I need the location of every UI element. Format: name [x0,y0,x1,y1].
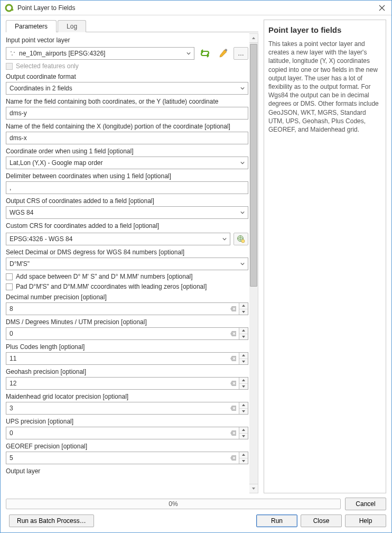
titlebar: Point Layer to Fields [1,1,391,15]
clear-icon[interactable] [228,353,239,364]
pad-zeros-checkbox[interactable]: Pad D°M'S" and D°M.MM' ccoordinates with… [6,283,248,290]
dms-decimal-label: Select Decimal or DMS degress for WGS 84… [6,249,248,256]
scroll-thumb[interactable] [250,44,257,287]
clear-icon[interactable] [228,402,239,414]
chevron-down-icon [222,237,227,241]
input-layer-combo[interactable]: ne_10m_airports [EPSG:4326] [6,47,194,60]
maidenhead-precision-label: Maidenhead grid locator precision [optio… [6,393,248,400]
dms-decimal-combo[interactable]: D°M'S" [6,258,248,270]
custom-crs-label: Custom CRS for coordinates added to a fi… [6,222,248,229]
input-layer-label: Input point vector layer [6,36,248,44]
stepper[interactable] [239,328,248,339]
scroll-down-icon[interactable] [249,484,258,493]
cancel-button[interactable]: Cancel [345,498,386,510]
plus-codes-spinbox[interactable]: 11 [6,352,248,365]
delimiter-label: Delimiter between coordinates when using… [6,172,248,180]
ups-precision-label: UPS precision [optional] [6,418,248,425]
run-batch-button[interactable]: Run as Batch Process… [9,514,94,527]
coord-order-label: Coordinate order when using 1 field [opt… [6,148,248,155]
maidenhead-precision-spinbox[interactable]: 3 [6,402,248,415]
coord-order-combo[interactable]: Lat,Lon (Y,X) - Google map order [6,157,248,169]
output-format-label: Output coordinate format [6,73,248,80]
chevron-down-icon [186,51,191,56]
selected-features-label: Selected features only [16,62,79,70]
points-icon [10,50,16,57]
help-title: Point layer to fields [268,25,381,34]
output-crs-combo[interactable]: WGS 84 [6,206,248,219]
checkbox-icon [6,273,13,280]
decimal-precision-label: Decimal number precision [optional] [6,293,248,301]
chevron-down-icon [240,86,245,90]
left-pane: Parameters Log Input point vector layer … [6,20,258,493]
scroll-track[interactable] [249,43,258,484]
ups-precision-spinbox[interactable]: 0 [6,427,248,439]
clear-icon[interactable] [228,427,239,439]
svg-point-4 [12,54,13,56]
output-crs-value: WGS 84 [10,209,33,216]
help-panel: Point layer to fields This takes a point… [264,20,386,493]
plus-codes-label: Plus Codes length [optional] [6,343,248,351]
add-space-checkbox[interactable]: Add space between D° M' S" and D° M.MM' … [6,273,248,280]
app-icon [5,3,14,13]
iterate-features-button[interactable] [198,47,212,60]
select-crs-button[interactable] [234,233,248,245]
custom-crs-combo[interactable]: EPSG:4326 - WGS 84 [6,233,230,245]
decimal-precision-spinbox[interactable]: 8 [6,302,248,315]
clear-icon[interactable] [228,303,239,315]
help-text: This takes a point vector layer and crea… [268,40,381,134]
output-layer-label: Output layer [6,467,248,475]
run-button[interactable]: Run [256,514,297,527]
stepper[interactable] [239,402,248,414]
geohash-precision-label: Geohash precision [optional] [6,368,248,375]
stepper[interactable] [239,303,248,315]
scroll-up-icon[interactable] [249,34,258,43]
checkbox-icon [6,63,13,70]
output-format-combo[interactable]: Coordinates in 2 fields [6,82,248,95]
window-title: Point Layer to Fields [17,4,372,12]
clear-icon[interactable] [228,328,239,339]
clear-icon[interactable] [228,452,239,464]
tab-bar: Parameters Log [6,20,258,32]
stepper[interactable] [239,427,248,439]
chevron-down-icon [240,210,245,215]
vertical-scrollbar[interactable] [249,33,258,493]
browse-input-button[interactable]: … [234,47,248,60]
help-button[interactable]: Help [345,514,386,527]
dms-precision-spinbox[interactable]: 0 [6,327,248,340]
add-space-label: Add space between D° M' S" and D° M.MM' … [16,273,193,280]
svg-point-0 [6,5,12,11]
svg-point-7 [241,240,245,243]
coord-order-value: Lat,Lon (Y,X) - Google map order [10,159,103,167]
x-field-name-label: Name of the field containing the X (long… [6,123,248,130]
clear-icon[interactable] [228,378,239,389]
stepper[interactable] [239,353,248,364]
tab-log[interactable]: Log [58,20,86,32]
close-window-button[interactable] [372,1,391,15]
x-field-name-input[interactable]: dms-x [6,132,248,144]
georef-precision-spinbox[interactable]: 5 [6,452,248,464]
georef-precision-label: GEOREF precision [optional] [6,443,248,450]
close-button[interactable]: Close [301,514,342,527]
checkbox-icon [6,283,13,290]
delimiter-input[interactable]: , [6,181,248,194]
y-field-name-label: Name for the field containing both coord… [6,98,248,105]
advanced-options-button[interactable] [216,47,230,60]
bottom-bar: 0% Cancel Run as Batch Process… Run Clos… [1,493,391,532]
svg-point-3 [14,52,15,53]
dms-decimal-value: D°M'S" [10,260,30,268]
output-crs-label: Output CRS of coordinates added to a fie… [6,197,248,205]
chevron-down-icon [240,262,245,266]
y-field-name-input[interactable]: dms-y [6,107,248,120]
pad-zeros-label: Pad D°M'S" and D°M.MM' ccoordinates with… [16,283,207,290]
custom-crs-value: EPSG:4326 - WGS 84 [10,235,72,243]
progress-bar: 0% [6,499,341,509]
stepper[interactable] [239,378,248,389]
svg-point-2 [11,51,12,52]
selected-features-checkbox[interactable]: Selected features only [6,62,248,70]
parameters-panel: Input point vector layer ne_10m_airports… [6,33,249,493]
stepper[interactable] [239,452,248,464]
input-layer-value: ne_10m_airports [EPSG:4326] [19,50,105,57]
dms-precision-label: DMS / Degrees Minutes / UTM precision [o… [6,318,248,326]
tab-parameters[interactable]: Parameters [6,20,57,32]
geohash-precision-spinbox[interactable]: 12 [6,377,248,390]
